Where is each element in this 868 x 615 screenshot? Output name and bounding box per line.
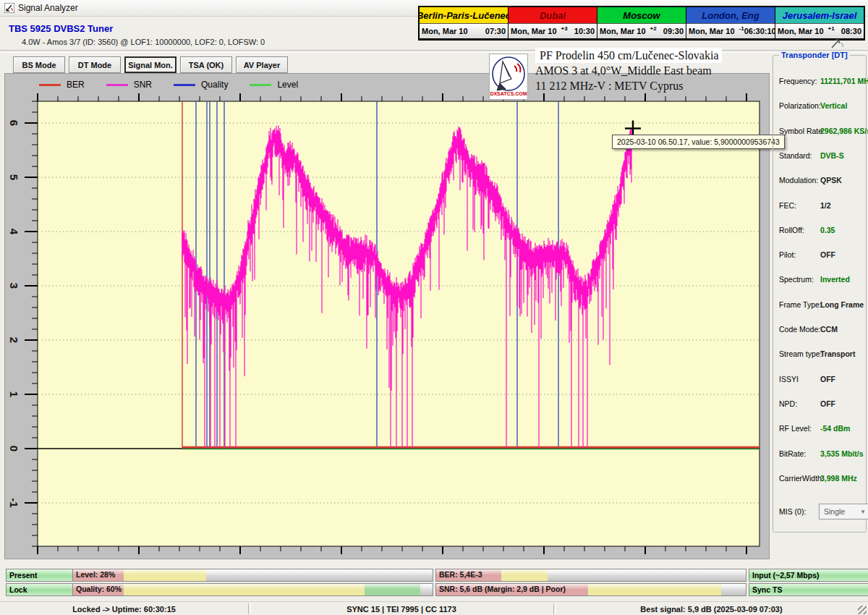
tp-field-value: 3,535 Mbit/s	[820, 449, 864, 458]
tp-field-value: 2962,986 KS/s	[820, 127, 868, 135]
bar-label: BER: 5,4E-3	[439, 570, 482, 579]
tp-field-value: 1/2	[820, 201, 831, 210]
tp-field-stream-type-: Stream type: Transport	[779, 349, 863, 359]
tp-field-value: Transport	[820, 349, 855, 358]
resize-grip[interactable]	[858, 606, 867, 614]
clock-datetime: Mon, Mar 10 -1 06:30:10	[686, 23, 775, 38]
tp-field-rf-level-: RF Level: -54 dBm	[779, 423, 863, 433]
tp-field-label: Frame Type:	[779, 300, 822, 309]
clock-date: Mon, Mar 10	[511, 27, 557, 35]
bar-gloss	[73, 584, 433, 589]
tp-field-value: 11211,701 MHz	[820, 77, 868, 85]
tp-field-label: Modulation:	[779, 176, 818, 184]
y-tick-label: 6	[8, 120, 20, 126]
progress-snr: SNR: 5,6 dB (Margin: 2,9 dB | Poor)	[435, 583, 746, 596]
tp-field-mis: MIS (0): Single ▼	[779, 506, 863, 517]
tp-field-rolloff-: RollOff: 0.35	[779, 225, 863, 235]
tp-field-label: Standard:	[779, 151, 812, 160]
y-tick-label: 1	[8, 391, 20, 397]
clock-moscow: Moscow Mon, Mar 10 +2 09:30	[597, 7, 686, 39]
tp-field-carrierwidth-: CarrierWidth: 3,998 MHz	[779, 473, 863, 483]
clock-utc-offset: +1	[828, 25, 835, 32]
station-info: PF Prodelin 450 cm/Lučenec-Slovakia AMOS…	[535, 48, 761, 93]
bar-gloss	[436, 569, 746, 574]
status-uptime: Locked -> Uptime: 60:30:15	[0, 602, 248, 615]
clock-date: Mon, Mar 10	[778, 27, 824, 35]
tp-field-spectrum-: Spectrum: Inverted	[779, 274, 863, 284]
bar-label: Quality: 60%	[76, 585, 122, 593]
tab-av-player[interactable]: AV Player	[236, 56, 288, 73]
y-tick-label: 5	[8, 174, 20, 180]
tp-field-label: BitRate:	[779, 449, 806, 458]
tp-field-polarization-: Polarization: Vertical	[779, 101, 863, 111]
tp-field-bitrate-: BitRate: 3,535 Mbit/s	[779, 449, 863, 459]
clock-utc-offset: +3	[561, 25, 568, 32]
world-clock-panel: Berlin-Paris-Lučenec Mon, Mar 10 07:30Du…	[418, 6, 865, 41]
tp-field-label: Polarization:	[779, 101, 821, 110]
tuner-subtitle: 4.0W - Amos 3/7 (ID: 3560) @ LOF1: 10000…	[22, 38, 265, 46]
tab-tsa-ok-[interactable]: TSA (OK)	[180, 56, 232, 73]
clock-city: Jerusalem-Israel	[775, 7, 864, 23]
tp-field-value: QPSK	[820, 176, 842, 184]
clock-time: 06:30:10	[744, 27, 776, 35]
tp-field-value: Inverted	[820, 275, 850, 284]
clock-datetime: Mon, Mar 10 +3 10:30	[509, 23, 597, 38]
clock-datetime: Mon, Mar 10 +2 09:30	[597, 23, 686, 38]
clock-datetime: Mon, Mar 10 +1 08:30	[775, 23, 864, 38]
tp-field-npd-: NPD: OFF	[779, 399, 863, 409]
tp-field-value: Vertical	[820, 101, 847, 110]
chevron-down-icon: ▼	[860, 509, 866, 515]
app-icon	[4, 3, 14, 13]
tp-field-label: Code Mode:	[779, 325, 820, 334]
tp-field-label: RollOff:	[779, 226, 804, 234]
bar-label: SNR: 5,6 dB (Margin: 2,9 dB | Poor)	[439, 585, 566, 593]
tp-field-code-mode-: Code Mode: CCM	[779, 324, 863, 334]
clock-berlin-paris-lu-enec: Berlin-Paris-Lučenec Mon, Mar 10 07:30	[420, 7, 508, 39]
badge-input-2-57-mbps-: Input (~2,57 Mbps)	[749, 569, 868, 582]
dxsatcs-logo: DXSATCS.COM	[489, 54, 528, 100]
y-tick-label: 0	[8, 446, 20, 451]
clock-date: Mon, Mar 10	[422, 27, 468, 35]
clock-city: London, Eng	[686, 7, 775, 23]
tp-field-label: CarrierWidth:	[779, 474, 824, 483]
mis-dropdown[interactable]: Single ▼	[819, 504, 868, 519]
progress-quality: Quality: 60%	[72, 583, 433, 596]
status-best-signal: Best signal: 5,9 dB (2025-03-09 07:03)	[555, 602, 868, 615]
station-line-2: AMOS 3 at 4,0°W_Middle East beam	[535, 63, 712, 78]
tp-field-label: Stream type:	[779, 349, 822, 358]
tab-bs-mode[interactable]: BS Mode	[13, 56, 65, 73]
transponder-title: Transponder [DT]	[779, 51, 850, 59]
tab-dt-mode[interactable]: DT Mode	[69, 56, 121, 73]
clock-city: Moscow	[597, 7, 686, 23]
station-line-3: 11 212 MHz-V : METV Cyprus	[535, 78, 684, 93]
cursor-tooltip: 2025-03-10 06.50.17, value: 5,9000000953…	[612, 135, 785, 149]
clock-time: 09:30	[663, 27, 684, 35]
tp-field-label: NPD:	[779, 399, 797, 408]
y-tick-label: 3	[8, 283, 20, 289]
clock-date: Mon, Mar 10	[600, 27, 646, 35]
tp-field-value: 0.35	[820, 226, 835, 234]
bar-label: Level: 28%	[76, 570, 115, 579]
y-tick-label: 4	[8, 229, 20, 235]
tp-field-value: Long Frame	[820, 300, 864, 309]
clock-time: 10:30	[574, 27, 595, 35]
tab-signal-mon-[interactable]: Signal Mon.	[124, 56, 176, 73]
tp-field-frame-type-: Frame Type: Long Frame	[779, 300, 863, 310]
clock-city: Dubai	[509, 7, 597, 23]
clock-utc-offset: -1	[739, 25, 744, 32]
badge-lock: Lock	[6, 583, 74, 596]
tp-field-value: 3,998 MHz	[820, 474, 857, 483]
tp-field-value: OFF	[820, 250, 835, 259]
clock-dubai: Dubai Mon, Mar 10 +3 10:30	[508, 7, 597, 39]
progress-ber: BER: 5,4E-3	[435, 569, 746, 582]
plot-area[interactable]	[38, 101, 760, 546]
clock-time: 07:30	[485, 27, 506, 35]
tp-field-frequency-: Frequency: 11211,701 MHz	[779, 76, 863, 86]
y-tick-label: -1	[8, 498, 20, 507]
tp-field-value: CCM	[820, 325, 838, 334]
tp-field-value: OFF	[820, 399, 835, 408]
tp-field-label: Frequency:	[779, 77, 817, 85]
tp-field-label: RF Level:	[779, 424, 812, 433]
clock-date: Mon, Mar 10	[689, 27, 735, 35]
status-sync: SYNC 15 | TEI 7995 | CC 1173	[250, 602, 553, 615]
